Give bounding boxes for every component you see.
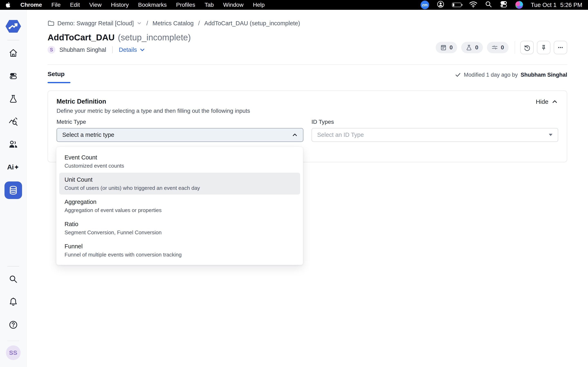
sidebar-help-icon[interactable] [8,320,18,330]
sidebar-search-icon[interactable] [8,274,18,284]
sidebar-item-home[interactable] [8,48,18,58]
menu-item-tab[interactable]: Tab [205,2,214,8]
flask-icon [466,44,472,51]
user-avatar[interactable]: SS [6,345,21,360]
id-types-label: ID Types [311,119,558,125]
menu-item-profiles[interactable]: Profiles [176,2,195,8]
menu-item-chrome[interactable]: Chrome [20,2,42,8]
metric-type-select[interactable]: Select a metric type [57,128,303,142]
metric-type-option-unit-count[interactable]: Unit Count Count of users (or units) who… [59,173,300,194]
macos-menu-bar: Chrome File Edit View History Bookmarks … [0,0,588,10]
sidebar-item-ai[interactable]: Ai✦ [8,162,18,172]
breadcrumb-metrics-catalog[interactable]: Metrics Catalog [153,20,194,27]
menubar-time[interactable]: 5:26 PM [560,2,582,8]
sidebar-item-feature-gates[interactable] [8,71,18,81]
breadcrumb-separator: / [145,20,149,27]
menu-item-file[interactable]: File [52,2,61,8]
metric-type-option-event-count[interactable]: Event Count Customized event counts [59,150,300,172]
modified-author: Shubham Singhal [521,72,567,78]
modified-status: Modified 1 day ago by Shubham Singhal [455,71,567,78]
main-content: Demo: Swaggr Retail [Cloud] / Metrics Ca… [26,10,588,367]
sliders-icon [492,44,498,51]
breadcrumb-current: AddToCart_DAU (setup_incomplete) [204,20,300,27]
sidebar-item-metrics-explore[interactable] [8,117,18,126]
scorecard-icon [440,44,447,51]
menubar-date[interactable]: Tue Oct 1 [531,2,557,8]
breadcrumb: Demo: Swaggr Retail [Cloud] / Metrics Ca… [48,19,567,28]
owner-name: Shubham Singhal [60,47,106,53]
menu-item-help[interactable]: Help [253,2,265,8]
sidebar-item-experiments[interactable] [8,94,18,104]
apple-menu-icon[interactable] [6,2,11,8]
vertical-divider [515,41,515,54]
metric-type-option-ratio[interactable]: Ratio Segment Conversion, Funnel Convers… [59,217,300,239]
spotlight-search-icon[interactable] [485,1,492,9]
sidebar-item-users[interactable] [8,140,18,149]
card-title: Metric Definition [57,98,558,105]
page-title: AddToCart_DAU [48,33,114,42]
header-actions: 0 0 0 [432,41,567,54]
sidebar-divider [7,266,19,267]
vertical-divider [112,46,113,53]
check-icon [455,72,461,78]
sidebar-divider [7,341,19,341]
details-toggle[interactable]: Details [119,47,145,53]
sidebar-notifications-icon[interactable] [8,297,18,307]
metric-type-option-aggregation[interactable]: Aggregation Aggregation of event values … [59,195,300,217]
schedule-count-badge[interactable]: 0 [436,42,457,53]
chevron-up-icon [292,132,298,138]
ellipsis-icon [557,44,564,51]
owner-avatar: S [48,46,55,54]
menu-item-window[interactable]: Window [223,2,243,8]
folder-icon [48,20,54,27]
sidebar: Ai✦ SS [0,10,26,367]
sidebar-item-metrics-catalog-active[interactable] [4,182,22,199]
id-types-select[interactable]: Select an ID Type [311,128,558,142]
metric-type-dropdown: Event Count Customized event counts Unit… [56,147,303,265]
statsig-logo[interactable] [5,19,21,34]
settings-count-badge[interactable]: 0 [487,42,509,53]
breadcrumb-project[interactable]: Demo: Swaggr Retail [Cloud] [48,20,142,27]
siri-icon[interactable] [515,1,523,9]
battery-icon[interactable] [452,3,461,7]
menu-item-view[interactable]: View [89,2,102,8]
card-subtitle: Define your metric by selecting a type a… [57,108,558,114]
menu-item-edit[interactable]: Edit [70,2,80,8]
chevron-up-icon [552,99,558,105]
zoom-app-icon[interactable]: zm [421,1,429,9]
pin-button[interactable] [537,41,550,54]
wifi-icon[interactable] [469,1,477,9]
tab-setup[interactable]: Setup [48,71,70,83]
breadcrumb-separator: / [197,20,201,27]
chevron-down-icon [139,47,145,53]
caret-down-icon [549,134,553,136]
experiments-count-badge[interactable]: 0 [461,42,483,53]
pin-icon [540,44,547,51]
menu-item-bookmarks[interactable]: Bookmarks [138,2,167,8]
page-status: (setup_incomplete) [118,33,191,42]
more-options-button[interactable] [554,41,567,54]
control-center-icon[interactable] [500,1,508,9]
history-icon [523,44,530,51]
menu-item-history[interactable]: History [111,2,129,8]
active-tab-underline [48,82,70,83]
screen: Chrome File Edit View History Bookmarks … [0,0,588,367]
chevron-down-icon [137,21,142,26]
metric-type-option-funnel[interactable]: Funnel Funnel of multiple events with co… [59,239,300,261]
hide-section-button[interactable]: Hide [536,98,558,105]
metric-type-label: Metric Type [57,119,303,125]
sidebar-divider [7,40,19,40]
user-account-icon[interactable] [437,1,444,9]
history-button[interactable] [520,41,534,54]
